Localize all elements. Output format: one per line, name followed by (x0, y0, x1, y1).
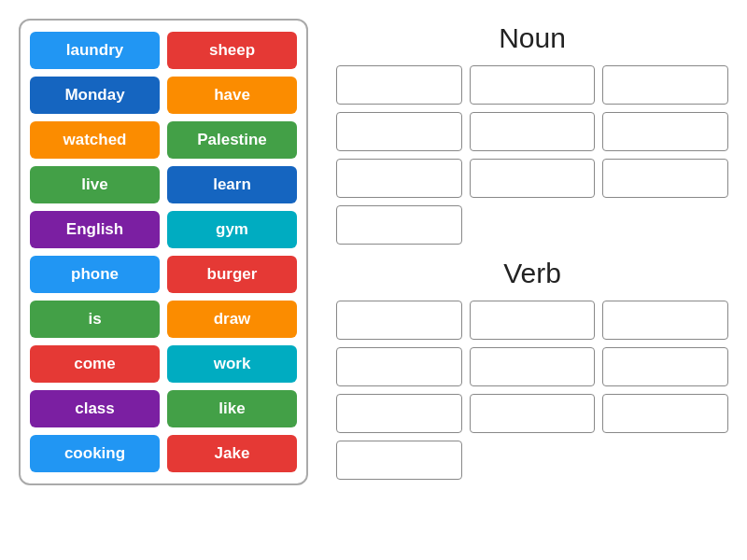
noun-drop-8[interactable] (470, 159, 596, 198)
word-btn-come[interactable]: come (30, 345, 160, 383)
word-btn-draw[interactable]: draw (167, 301, 297, 338)
verb-title: Verb (336, 258, 728, 289)
noun-drop-4[interactable] (336, 112, 462, 151)
word-btn-have[interactable]: have (167, 77, 297, 114)
word-btn-english[interactable]: English (30, 211, 160, 248)
verb-drop-grid-1 (336, 301, 728, 340)
word-btn-palestine[interactable]: Palestine (167, 121, 297, 159)
verb-drop-grid-2 (336, 347, 728, 386)
noun-drop-10[interactable] (336, 205, 462, 245)
word-btn-phone[interactable]: phone (30, 256, 160, 293)
word-btn-jake[interactable]: Jake (167, 435, 297, 472)
verb-drop-6[interactable] (602, 347, 728, 386)
noun-title: Noun (336, 22, 728, 54)
word-btn-like[interactable]: like (167, 390, 297, 427)
verb-drop-8[interactable] (470, 394, 596, 433)
verb-extra-row (336, 441, 728, 480)
word-btn-cooking[interactable]: cooking (30, 435, 160, 472)
noun-extra-row (336, 205, 728, 245)
word-btn-laundry[interactable]: laundry (30, 32, 160, 69)
noun-section: Noun (336, 22, 728, 245)
noun-drop-7[interactable] (336, 159, 462, 198)
noun-drop-1[interactable] (336, 65, 462, 105)
noun-drop-grid-2 (336, 112, 728, 151)
verb-drop-grid-3 (336, 394, 728, 433)
noun-drop-3[interactable] (602, 65, 728, 105)
word-btn-monday[interactable]: Monday (30, 77, 160, 114)
word-btn-watched[interactable]: watched (30, 121, 160, 159)
word-btn-sheep[interactable]: sheep (167, 32, 297, 69)
verb-drop-9[interactable] (602, 394, 728, 433)
noun-drop-grid-1 (336, 65, 728, 105)
word-btn-is[interactable]: is (30, 301, 160, 338)
noun-drop-grid-3 (336, 159, 728, 198)
word-panel: laundrysheepMondayhavewatchedPalestineli… (19, 19, 308, 485)
verb-drop-10[interactable] (336, 441, 462, 480)
word-btn-burger[interactable]: burger (167, 256, 297, 293)
word-btn-live[interactable]: live (30, 166, 160, 203)
verb-drop-4[interactable] (336, 347, 462, 386)
noun-drop-6[interactable] (602, 112, 728, 151)
word-btn-learn[interactable]: learn (167, 166, 297, 203)
verb-section: Verb (336, 258, 728, 480)
noun-drop-9[interactable] (602, 159, 728, 198)
verb-drop-3[interactable] (602, 301, 728, 340)
verb-drop-1[interactable] (336, 301, 462, 340)
noun-drop-2[interactable] (470, 65, 596, 105)
word-btn-work[interactable]: work (167, 345, 297, 383)
classify-panel: Noun Verb (336, 19, 728, 480)
verb-drop-2[interactable] (470, 301, 596, 340)
word-btn-gym[interactable]: gym (167, 211, 297, 248)
word-btn-class[interactable]: class (30, 390, 160, 427)
noun-drop-5[interactable] (470, 112, 596, 151)
verb-drop-5[interactable] (470, 347, 596, 386)
verb-drop-7[interactable] (336, 394, 462, 433)
